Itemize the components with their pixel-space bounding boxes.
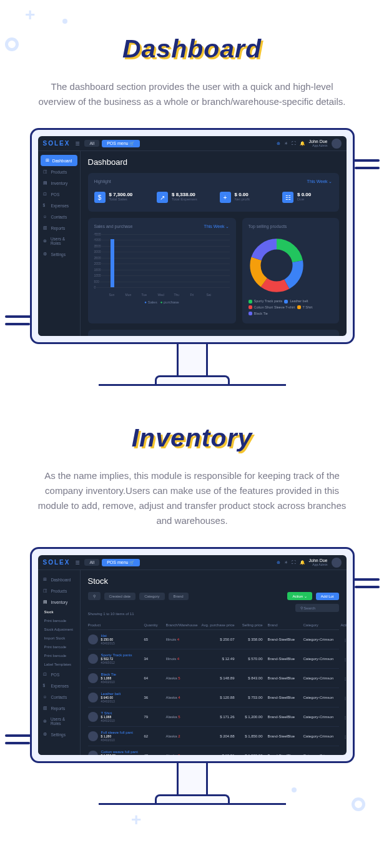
- expand-icon[interactable]: ⛶: [292, 560, 296, 565]
- table-row[interactable]: Cotton weave full pant$ 1,252.00#3402014…: [88, 746, 339, 755]
- sub-item-label-templates[interactable]: Label Templates: [41, 660, 80, 669]
- globe-icon[interactable]: ⊕: [277, 560, 280, 565]
- search-input[interactable]: ⚲ Search: [295, 604, 339, 612]
- sub-item-stock-adjustment[interactable]: Stock Adjustment: [41, 625, 80, 634]
- all-filter-button[interactable]: All: [84, 140, 99, 147]
- sun-icon[interactable]: ☀: [284, 141, 288, 146]
- bell-icon[interactable]: 🔔: [300, 560, 305, 565]
- filter-icon-button[interactable]: ⚲: [88, 592, 101, 600]
- action-button[interactable]: Action ⌄: [287, 592, 312, 600]
- user-role: App Admin: [309, 144, 328, 147]
- bar-legend: ● Sales ● purchase: [94, 300, 230, 304]
- sidebar-item-settings[interactable]: ⚙Settings: [38, 729, 80, 740]
- stat-total-sales: $$ 7,300.00Total Sales: [94, 192, 145, 203]
- stock-table: Product Quantity Branch/Warehouse Avg. p…: [88, 621, 339, 755]
- stat-due: ☷$ 0.00Due: [282, 192, 333, 203]
- globe-icon[interactable]: ⊕: [277, 141, 280, 146]
- menu-icon[interactable]: ≡: [75, 139, 79, 148]
- sun-icon[interactable]: ☀: [284, 560, 288, 565]
- period-selector[interactable]: This Week ⌄: [307, 179, 333, 184]
- monitor-inventory: SOLEX ≡ All POS menu 🛒 ⊕ ☀ ⛶ 🔔 John Doe …: [30, 547, 355, 805]
- all-filter-button[interactable]: All: [84, 559, 99, 566]
- pie-title: Top selling products: [249, 224, 287, 229]
- expand-icon[interactable]: ⛶: [292, 141, 296, 145]
- deco-dot-icon: [62, 19, 67, 24]
- page-title: Stock: [88, 576, 339, 586]
- deco-plus-icon: +: [131, 810, 141, 830]
- filter-bar: ⚲ Created date Category Brand Action ⌄ A…: [88, 592, 339, 600]
- product-image: [88, 712, 98, 722]
- sub-item-print-barcode-2[interactable]: Print barcode: [41, 643, 80, 651]
- table-row[interactable]: T Shirt$ 1,088#3402010 79 Alaska 5 $ 171…: [88, 708, 339, 727]
- sidebar-item-contacts[interactable]: ☺Contacts: [38, 691, 80, 703]
- list-icon: ☷: [282, 192, 293, 203]
- user-name: John Doe: [309, 139, 328, 144]
- inventory-screen: SOLEX ≡ All POS menu 🛒 ⊕ ☀ ⛶ 🔔 John Doe …: [38, 555, 347, 755]
- trend-icon: ↗: [157, 192, 168, 203]
- sub-item-print-barcode-3[interactable]: Print barcode: [41, 651, 80, 660]
- row-actions-icon[interactable]: ⋮: [341, 715, 347, 719]
- topbar: SOLEX ≡ All POS menu 🛒 ⊕ ☀ ⛶ 🔔 John Doe …: [38, 555, 347, 570]
- chart-period-selector[interactable]: This Week ⌄: [204, 224, 230, 229]
- sidebar-item-inventory[interactable]: ▤Inventory: [38, 177, 80, 189]
- product-image: [88, 673, 98, 683]
- sidebar-item-dashboard[interactable]: ⊞Dashboard: [38, 574, 80, 585]
- sub-item-print-barcode[interactable]: Print barcode: [41, 616, 80, 625]
- sidebar: ⊞Dashboard ◫Products ▤Inventory Stock Pr…: [38, 570, 81, 755]
- product-image: [88, 693, 98, 703]
- avatar[interactable]: [332, 139, 342, 149]
- row-actions-icon[interactable]: ⋮: [341, 734, 347, 739]
- filter-created-date[interactable]: Created date: [104, 593, 136, 600]
- filter-category[interactable]: Category: [139, 593, 164, 600]
- sidebar-item-reports[interactable]: ▥Reports: [38, 222, 80, 234]
- product-image: [88, 751, 98, 755]
- section-desc-inventory: As the name implies, this module is resp…: [0, 468, 384, 528]
- table-row[interactable]: Sporty Track pants$ 502.72#3465012 34 Il…: [88, 649, 339, 669]
- table-header: Product Quantity Branch/Warehouse Avg. p…: [88, 621, 339, 630]
- row-actions-icon[interactable]: ⋮: [341, 696, 347, 700]
- product-image: [88, 731, 98, 741]
- avatar[interactable]: [332, 558, 342, 568]
- sidebar-item-products[interactable]: ◫Products: [38, 585, 80, 596]
- sales-purchase-chart-card: Sales and purchaseThis Week ⌄ 0500100015…: [88, 218, 236, 323]
- filter-brand[interactable]: Brand: [169, 593, 189, 600]
- sidebar-item-settings[interactable]: ⚙Settings: [38, 249, 80, 260]
- sidebar-item-products[interactable]: ◫Products: [38, 166, 80, 177]
- sidebar-item-inventory[interactable]: ▤Inventory: [38, 596, 80, 608]
- table-row[interactable]: Black Tie$ 1,088#3402010 64 Alaska 5 $ 1…: [88, 669, 339, 688]
- menu-icon[interactable]: ≡: [75, 558, 79, 567]
- row-actions-icon[interactable]: ⋮: [341, 657, 347, 661]
- sub-item-import-stock[interactable]: Import Stock: [41, 634, 80, 643]
- monitor-dashboard: SOLEX ≡ All POS menu 🛒 ⊕ ☀ ⛶ 🔔 John Doe …: [30, 128, 355, 386]
- sidebar-item-pos[interactable]: ⊡POS: [38, 189, 80, 200]
- app-logo: SOLEX: [43, 140, 71, 147]
- table-row[interactable]: Leather belt$ 640.00#3402013 36 Alaska 4…: [88, 688, 339, 708]
- row-actions-icon[interactable]: ⋮: [341, 676, 347, 681]
- sidebar-item-expenses[interactable]: $Expenses: [38, 680, 80, 691]
- sub-item-stock[interactable]: Stock: [41, 608, 80, 616]
- bell-icon[interactable]: 🔔: [300, 141, 305, 146]
- deco-plus-icon: +: [25, 5, 35, 25]
- sidebar-item-users[interactable]: ⊛Users & Roles: [38, 234, 80, 249]
- recent-sales-card: Recent salesView all invoice: [88, 330, 339, 336]
- sidebar-item-dashboard[interactable]: ⊞Dashboard: [41, 155, 77, 166]
- pos-menu-button[interactable]: POS menu 🛒: [102, 140, 140, 147]
- section-title-dashboard: Dashboard: [0, 34, 384, 64]
- user-name: John Doe: [309, 558, 328, 563]
- sidebar-item-expenses[interactable]: $Expenses: [38, 200, 80, 211]
- highlight-label: Highlight: [94, 179, 111, 184]
- stat-net-profit: +$ 0.00Net profit: [220, 192, 270, 203]
- sidebar-item-reports[interactable]: ▥Reports: [38, 703, 80, 714]
- table-row[interactable]: Full sleeve full pant$ 1,280#3402010 62 …: [88, 727, 339, 746]
- sidebar-item-pos[interactable]: ⊡POS: [38, 669, 80, 680]
- app-logo: SOLEX: [43, 559, 71, 566]
- dashboard-screen: SOLEX ≡ All POS menu 🛒 ⊕ ☀ ⛶ 🔔 John Doe …: [38, 136, 347, 336]
- pos-menu-button[interactable]: POS menu 🛒: [102, 559, 140, 566]
- row-actions-icon[interactable]: ⋮: [341, 638, 347, 642]
- sidebar-item-users[interactable]: ⊛Users & Roles: [38, 714, 80, 729]
- inventory-main: Stock ⚲ Created date Category Brand Acti…: [81, 570, 347, 755]
- add-lot-button[interactable]: Add Lot: [316, 593, 339, 600]
- table-row[interactable]: Hat$ 250.00#3402015 65 Illinois 4 $ 250.…: [88, 630, 339, 649]
- row-actions-icon[interactable]: ⋮: [341, 754, 347, 756]
- sidebar-item-contacts[interactable]: ☺Contacts: [38, 211, 80, 222]
